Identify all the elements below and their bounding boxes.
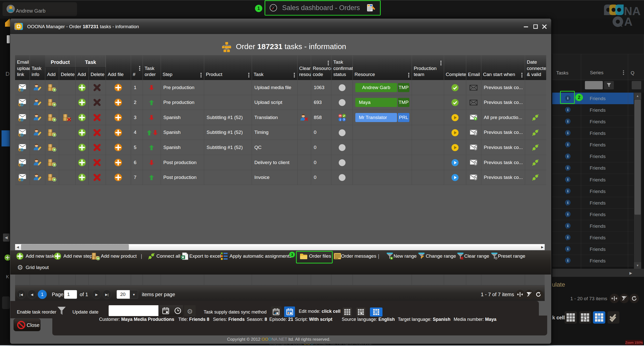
svg-text:A: A [624, 15, 632, 27]
svg-text:?: ? [343, 118, 345, 122]
svg-text:i: i [340, 118, 340, 122]
svg-text:i: i [567, 108, 568, 112]
svg-text:i: i [567, 142, 568, 146]
svg-text:i: i [567, 258, 568, 262]
svg-text:⚙: ⚙ [17, 264, 23, 271]
svg-text:i: i [567, 154, 568, 158]
svg-text:i: i [567, 212, 568, 216]
svg-text:i: i [567, 131, 568, 135]
svg-text:i: i [567, 166, 568, 170]
svg-text:i: i [567, 201, 568, 205]
svg-text:i: i [567, 224, 568, 228]
svg-text:i: i [567, 235, 568, 239]
svg-text:i: i [567, 119, 568, 123]
svg-text:i: i [567, 177, 568, 181]
svg-text:⚙: ⚙ [187, 308, 193, 315]
svg-text:i: i [567, 247, 568, 251]
svg-text:i: i [567, 189, 568, 193]
svg-text:⚙: ⚙ [495, 256, 498, 260]
